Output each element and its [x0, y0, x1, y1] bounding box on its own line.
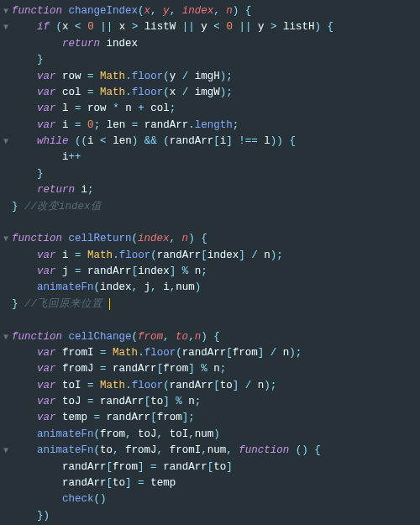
code-line[interactable]: } //改变index值 [0, 199, 420, 215]
code-line[interactable]: return i; [0, 182, 420, 198]
fold-marker-icon[interactable]: ▼ [0, 134, 12, 150]
code-line[interactable]: ▼ if (x < 0 || x > listW || y < 0 || y >… [0, 19, 420, 35]
fold-marker-icon[interactable]: ▼ [0, 231, 12, 247]
line-content[interactable]: var fromJ = randArr[from] % n; [12, 361, 420, 377]
code-line[interactable]: var i = Math.floor(randArr[index] / n); [0, 248, 420, 264]
gutter-blank [0, 199, 12, 215]
line-content[interactable]: return index [12, 36, 420, 52]
code-line[interactable]: ▼function changeIndex(x, y, index, n) { [0, 3, 420, 19]
code-line[interactable]: var row = Math.floor(y / imgH); [0, 69, 420, 85]
gutter-blank [0, 459, 12, 475]
line-content[interactable]: animateFn(to, fromJ, fromI,num, function… [12, 443, 420, 459]
fold-marker-icon[interactable]: ▼ [0, 329, 12, 345]
code-line[interactable]: var fromI = Math.floor(randArr[from] / n… [0, 345, 420, 361]
gutter-blank [0, 215, 12, 231]
code-line[interactable]: animateFn(from, toJ, toI,num) [0, 427, 420, 443]
code-line[interactable]: var temp = randArr[from]; [0, 410, 420, 426]
code-line[interactable]: return index [0, 36, 420, 52]
gutter-blank [0, 85, 12, 101]
line-content[interactable] [12, 312, 420, 328]
line-content[interactable]: while ((i < len) && (randArr[i] !== l)) … [12, 134, 420, 150]
line-content[interactable]: check() [12, 491, 420, 507]
gutter-blank [0, 264, 12, 280]
gutter-blank [0, 475, 12, 491]
code-line[interactable]: var toI = Math.floor(randArr[to] / n); [0, 378, 420, 394]
code-line[interactable]: check() [0, 491, 420, 507]
line-content[interactable]: return i; [12, 182, 420, 198]
code-line[interactable]: }) [0, 508, 420, 524]
code-line[interactable]: } //飞回原来位置 [0, 297, 420, 312]
code-line[interactable]: var i = 0; len = randArr.length; [0, 118, 420, 134]
gutter-blank [0, 378, 12, 394]
code-line[interactable]: ▼function cellChange(from, to,n) { [0, 329, 420, 345]
line-content[interactable]: } [12, 52, 420, 68]
gutter-blank [0, 280, 12, 296]
line-content[interactable]: var toI = Math.floor(randArr[to] / n); [12, 378, 420, 394]
code-line[interactable]: ▼function cellReturn(index, n) { [0, 231, 420, 247]
code-line[interactable]: i++ [0, 150, 420, 165]
line-content[interactable]: } //飞回原来位置 [12, 297, 420, 312]
line-content[interactable]: var temp = randArr[from]; [12, 410, 420, 426]
line-content[interactable]: if (x < 0 || x > listW || y < 0 || y > l… [12, 19, 420, 35]
code-line[interactable]: } [0, 166, 420, 182]
gutter-blank [0, 312, 12, 328]
code-line[interactable]: var fromJ = randArr[from] % n; [0, 361, 420, 377]
gutter-blank [0, 182, 12, 198]
line-content[interactable]: animateFn(index, j, i,num) [12, 280, 420, 296]
code-line[interactable]: randArr[to] = temp [0, 475, 420, 491]
gutter-blank [0, 150, 12, 165]
line-content[interactable]: } //改变index值 [12, 199, 420, 215]
gutter-blank [0, 118, 12, 134]
code-line[interactable]: animateFn(index, j, i,num) [0, 280, 420, 296]
code-editor[interactable]: ▼function changeIndex(x, y, index, n) {▼… [0, 0, 420, 525]
line-content[interactable]: function changeIndex(x, y, index, n) { [12, 3, 420, 19]
line-content[interactable]: var row = Math.floor(y / imgH); [12, 69, 420, 85]
line-content[interactable]: var toJ = randArr[to] % n; [12, 394, 420, 410]
fold-marker-icon[interactable]: ▼ [0, 443, 12, 459]
gutter-blank [0, 394, 12, 410]
fold-marker-icon[interactable]: ▼ [0, 19, 12, 35]
line-content[interactable]: var l = row * n + col; [12, 101, 420, 117]
code-line[interactable]: } [0, 52, 420, 68]
gutter-blank [0, 52, 12, 68]
code-line[interactable]: var col = Math.floor(x / imgW); [0, 85, 420, 101]
fold-marker-icon[interactable]: ▼ [0, 3, 12, 19]
gutter-blank [0, 345, 12, 361]
code-line[interactable]: randArr[from] = randArr[to] [0, 459, 420, 475]
code-line[interactable]: var toJ = randArr[to] % n; [0, 394, 420, 410]
code-line[interactable]: ▼ animateFn(to, fromJ, fromI,num, functi… [0, 443, 420, 459]
code-line[interactable] [0, 312, 420, 328]
code-line[interactable] [0, 215, 420, 231]
gutter-blank [0, 101, 12, 117]
code-line[interactable]: var j = randArr[index] % n; [0, 264, 420, 280]
line-content[interactable]: i++ [12, 150, 420, 165]
gutter-blank [0, 248, 12, 264]
line-content[interactable]: var i = Math.floor(randArr[index] / n); [12, 248, 420, 264]
line-content[interactable]: var col = Math.floor(x / imgW); [12, 85, 420, 101]
line-content[interactable]: function cellChange(from, to,n) { [12, 329, 420, 345]
gutter-blank [0, 361, 12, 377]
line-content[interactable]: var fromI = Math.floor(randArr[from] / n… [12, 345, 420, 361]
code-line[interactable]: var l = row * n + col; [0, 101, 420, 117]
code-body[interactable]: ▼function changeIndex(x, y, index, n) {▼… [0, 3, 420, 525]
line-content[interactable]: randArr[to] = temp [12, 475, 420, 491]
code-line[interactable]: ▼ while ((i < len) && (randArr[i] !== l)… [0, 134, 420, 150]
line-content[interactable]: var j = randArr[index] % n; [12, 264, 420, 280]
line-content[interactable]: animateFn(from, toJ, toI,num) [12, 427, 420, 443]
line-content[interactable]: function cellReturn(index, n) { [12, 231, 420, 247]
gutter-blank [0, 36, 12, 52]
line-content[interactable]: randArr[from] = randArr[to] [12, 459, 420, 475]
line-content[interactable]: var i = 0; len = randArr.length; [12, 118, 420, 134]
gutter-blank [0, 508, 12, 524]
gutter-blank [0, 166, 12, 182]
gutter-blank [0, 491, 12, 507]
gutter-blank [0, 410, 12, 426]
line-content[interactable]: }) [12, 508, 420, 524]
line-content[interactable] [12, 215, 420, 231]
gutter-blank [0, 427, 12, 443]
gutter-blank [0, 69, 12, 85]
gutter-blank [0, 297, 12, 312]
line-content[interactable]: } [12, 166, 420, 182]
